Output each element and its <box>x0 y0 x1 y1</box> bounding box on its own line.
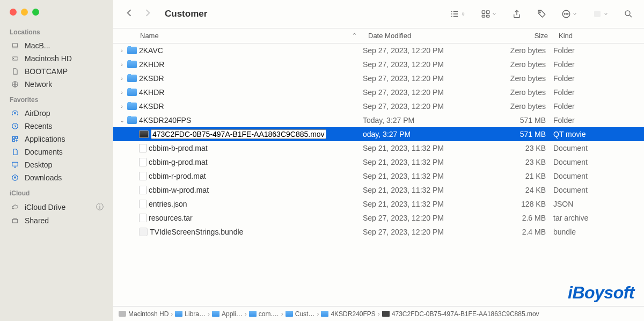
minimize-button[interactable] <box>21 9 28 16</box>
back-button[interactable] <box>124 8 135 21</box>
file-row[interactable]: ›2KSDR Sep 27, 2023, 12:20 PM Zero bytes… <box>113 71 644 85</box>
sidebar-item[interactable]: Network <box>0 78 113 91</box>
file-kind: Folder <box>553 102 644 111</box>
file-row[interactable]: cbbim-r-prod.mat Sep 21, 2023, 11:32 PM … <box>113 169 644 183</box>
globe-icon <box>10 81 20 88</box>
file-row[interactable]: cbbim-w-prod.mat Sep 21, 2023, 11:32 PM … <box>113 183 644 197</box>
file-row[interactable]: 473C2FDC-0B75-497A-B1FE-AA1863C9C885.mov… <box>113 127 644 141</box>
path-label: com.… <box>259 310 279 318</box>
desktop-icon <box>10 161 20 169</box>
path-label: Macintosh HD <box>128 310 169 318</box>
column-name[interactable]: Name⌃ <box>113 28 363 43</box>
sidebar-item[interactable]: Documents <box>0 145 113 158</box>
folder-icon <box>127 116 137 124</box>
file-row[interactable]: ›4KSDR Sep 27, 2023, 12:20 PM Zero bytes… <box>113 99 644 113</box>
column-kind[interactable]: Kind <box>553 28 644 43</box>
movie-icon <box>382 311 390 317</box>
file-date: Sep 27, 2023, 12:20 PM <box>363 60 486 69</box>
sidebar-item-label: iCloud Drive <box>25 203 65 211</box>
sidebar-item[interactable]: BOOTCAMP <box>0 65 113 78</box>
info-badge[interactable]: ⓘ <box>96 202 104 212</box>
document-icon <box>139 144 147 152</box>
sidebar-item[interactable]: AirDrop <box>0 107 113 120</box>
folder-icon <box>127 61 137 68</box>
action-icon[interactable] <box>561 9 577 19</box>
file-row[interactable]: resources.tar Sep 27, 2023, 12:20 PM 2.6… <box>113 211 644 225</box>
disclosure-triangle[interactable]: › <box>119 75 125 82</box>
disclosure-triangle[interactable]: › <box>119 61 125 68</box>
path-item[interactable]: 473C2FDC-0B75-497A-B1FE-AA1863C9C885.mov <box>382 310 539 318</box>
file-row[interactable]: cbbim-b-prod.mat Sep 21, 2023, 11:32 PM … <box>113 141 644 155</box>
sidebar-item[interactable]: Recents <box>0 120 113 133</box>
path-item[interactable]: Macintosh HD <box>119 310 169 318</box>
disclosure-triangle[interactable]: › <box>119 103 125 110</box>
disk-icon <box>119 311 126 317</box>
file-date: Sep 21, 2023, 11:32 PM <box>363 200 486 208</box>
path-item[interactable]: Appli… <box>212 310 243 318</box>
file-name: 4KHDR <box>139 88 164 97</box>
maximize-button[interactable] <box>32 9 39 16</box>
svg-point-2 <box>13 58 14 59</box>
sidebar-item[interactable]: Macintosh HD <box>0 52 113 65</box>
sidebar-section-title: Favorites <box>0 91 113 107</box>
file-row[interactable]: ›2KAVC Sep 27, 2023, 12:20 PM Zero bytes… <box>113 43 644 57</box>
doc-icon <box>10 68 20 75</box>
forward-button[interactable] <box>142 8 153 21</box>
file-row[interactable]: entries.json Sep 21, 2023, 11:32 PM 128 … <box>113 197 644 211</box>
document-icon <box>139 200 147 208</box>
svg-point-4 <box>14 112 16 114</box>
file-row[interactable]: ⌄4KSDR240FPS Today, 3:27 PM 571 MB Folde… <box>113 113 644 127</box>
file-name: 2KSDR <box>139 74 164 83</box>
file-row[interactable]: TVIdleScreenStrings.bundle Sep 27, 2023,… <box>113 225 644 239</box>
disclosure-triangle[interactable]: › <box>119 89 125 96</box>
file-name: cbbim-r-prod.mat <box>149 172 206 180</box>
sidebar-item-label: Documents <box>25 148 63 156</box>
file-date: Sep 21, 2023, 11:32 PM <box>363 172 486 180</box>
sidebar-item[interactable]: MacB... <box>0 39 113 52</box>
view-list-icon[interactable] <box>450 9 466 19</box>
path-label: Libra… <box>185 310 206 318</box>
file-row[interactable]: ›2KHDR Sep 27, 2023, 12:20 PM Zero bytes… <box>113 57 644 71</box>
sort-indicator-icon: ⌃ <box>352 32 357 40</box>
file-kind: bundle <box>553 228 644 236</box>
file-name[interactable]: 473C2FDC-0B75-497A-B1FE-AA1863C9C885.mov <box>151 129 326 139</box>
column-size[interactable]: Size <box>486 28 553 43</box>
path-separator: › <box>245 310 247 318</box>
disclosure-triangle[interactable]: ⌄ <box>119 117 125 124</box>
file-size: Zero bytes <box>486 74 553 83</box>
info-icon[interactable] <box>592 9 609 19</box>
sidebar-item-label: Desktop <box>25 160 52 169</box>
sidebar-item[interactable]: Applications <box>0 133 113 145</box>
close-button[interactable] <box>10 9 17 16</box>
path-item[interactable]: 4KSDR240FPS <box>321 310 375 318</box>
sidebar-item-label: Downloads <box>25 173 62 182</box>
path-label: 473C2FDC-0B75-497A-B1FE-AA1863C9C885.mov <box>392 310 539 318</box>
search-icon[interactable] <box>624 9 633 19</box>
file-row[interactable]: cbbim-g-prod.mat Sep 21, 2023, 11:32 PM … <box>113 155 644 169</box>
path-item[interactable]: Cust… <box>286 310 315 318</box>
sidebar-item[interactable]: Desktop <box>0 158 113 171</box>
file-kind: Folder <box>553 88 644 97</box>
tag-icon[interactable] <box>537 9 546 19</box>
sidebar-item[interactable]: Shared <box>0 214 113 227</box>
file-size: Zero bytes <box>486 46 553 55</box>
svg-rect-7 <box>16 136 18 138</box>
path-item[interactable]: Libra… <box>175 310 206 318</box>
group-icon[interactable] <box>481 9 497 19</box>
document-icon <box>139 158 147 166</box>
path-separator: › <box>208 310 210 318</box>
hdd-icon <box>10 55 20 62</box>
document-icon <box>139 214 147 222</box>
share-icon[interactable] <box>512 9 522 19</box>
path-bar: Macintosh HD›Libra…›Appli…›com.…›Cust…›4… <box>113 306 644 321</box>
file-name: cbbim-b-prod.mat <box>149 144 208 152</box>
disclosure-triangle[interactable]: › <box>119 47 125 54</box>
file-date: Today, 3:27 PM <box>363 116 486 125</box>
file-kind: Folder <box>553 74 644 83</box>
path-item[interactable]: com.… <box>249 310 279 318</box>
column-date[interactable]: Date Modified <box>363 28 486 43</box>
sidebar-item[interactable]: Downloads <box>0 171 113 184</box>
doc-icon <box>10 148 20 156</box>
file-row[interactable]: ›4KHDR Sep 27, 2023, 12:20 PM Zero bytes… <box>113 85 644 99</box>
sidebar-item[interactable]: iCloud Driveⓘ <box>0 200 113 214</box>
